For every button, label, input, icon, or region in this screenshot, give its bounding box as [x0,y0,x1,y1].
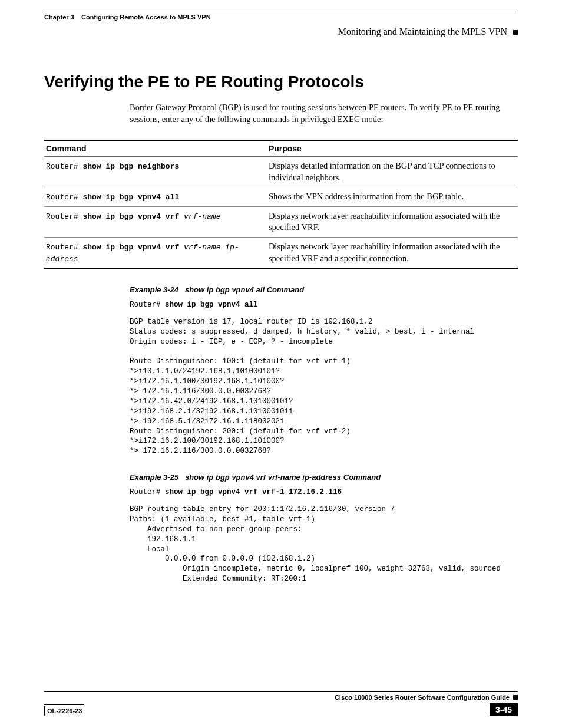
page-number: 3-45 [490,703,518,716]
running-header: Chapter 3 Configuring Remote Access to M… [44,14,518,24]
table-row: Router# show ip bgp neighbors Displays d… [44,157,518,187]
guide-title: Cisco 10000 Series Router Software Confi… [44,694,510,701]
page-title: Verifying the PE to PE Routing Protocols [44,73,518,91]
example-25-title: Example 3-25 show ip bgp vpnv4 vrf vrf-n… [130,473,518,482]
cmd-purpose: Displays network layer reachability info… [267,206,518,237]
table-row: Router# show ip bgp vpnv4 vrf vrf-name i… [44,237,518,268]
page-footer: Cisco 10000 Series Router Software Confi… [44,691,518,716]
example-25-cmd: Router# show ip bgp vpnv4 vrf vrf-1 172.… [130,487,518,498]
chapter-title: Configuring Remote Access to MPLS VPN [81,14,211,21]
cmd-prefix: Router# [46,193,82,202]
cmd-purpose: Displays network layer reachability info… [267,237,518,268]
th-purpose: Purpose [267,140,518,157]
command-table: Command Purpose Router# show ip bgp neig… [44,140,518,269]
example-24-output: BGP table version is 17, local router ID… [130,317,518,456]
cmd-bold: show ip bgp vpnv4 vrf [82,212,184,221]
table-row: Router# show ip bgp vpnv4 all Shows the … [44,187,518,207]
cmd-purpose: Shows the VPN address information from t… [267,187,518,207]
cmd-bold: show ip bgp vpnv4 vrf [82,243,184,252]
example-24-cmd: Router# show ip bgp vpnv4 all [130,300,518,310]
section-header: Monitoring and Maintaining the MPLS VPN [44,27,518,37]
chapter-label: Chapter 3 [44,14,74,21]
cmd-prefix: Router# [46,212,82,221]
intro-paragraph: Border Gateway Protocol (BGP) is used fo… [130,102,518,125]
example-24-title: Example 3-24 show ip bgp vpnv4 all Comma… [130,285,518,294]
header-rule [44,12,518,12]
cmd-purpose: Displays detailed information on the BGP… [267,157,518,187]
cmd-italic: vrf-name [184,212,220,221]
cmd-bold: show ip bgp vpnv4 all [82,193,179,202]
cmd-prefix: Router# [46,162,82,171]
section-title: Monitoring and Maintaining the MPLS VPN [338,27,507,37]
doc-number: OL-2226-23 [44,706,84,716]
example-25-output: BGP routing table entry for 200:1:172.16… [130,505,518,584]
cmd-prefix: Router# [46,243,82,252]
table-row: Router# show ip bgp vpnv4 vrf vrf-name D… [44,206,518,237]
cmd-bold: show ip bgp neighbors [82,162,179,171]
th-command: Command [44,140,267,157]
